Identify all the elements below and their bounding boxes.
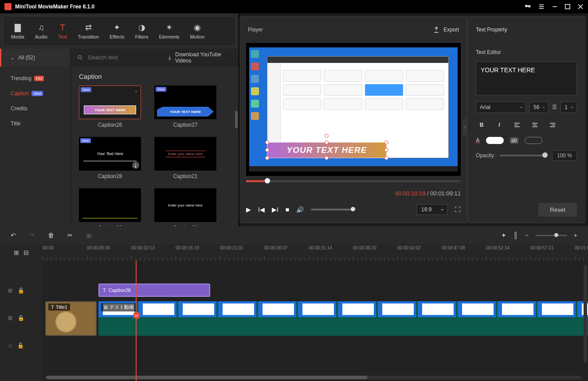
section-title: Caption (79, 73, 231, 80)
minimize-button[interactable] (552, 4, 558, 10)
lock-icon[interactable]: 🔓 (18, 315, 24, 321)
hot-badge: Hot (34, 76, 44, 81)
all-label: All (52) (18, 54, 35, 61)
rotate-handle[interactable] (325, 134, 329, 138)
font-size-select[interactable]: 56 (529, 101, 549, 113)
resize-handle[interactable] (325, 156, 329, 160)
time-display: 00:00:10:19 / 00:01:09:11 (395, 190, 461, 197)
asset-caption22[interactable]: Caption22 (79, 188, 141, 226)
license-key-icon[interactable] (524, 3, 531, 10)
resize-handle[interactable] (265, 148, 269, 152)
menu-icon[interactable] (538, 3, 545, 10)
tab-filters[interactable]: ◑Filters (132, 20, 152, 42)
tab-motion[interactable]: ◉Motion (186, 20, 208, 42)
asset-caption26[interactable]: NewYOUR TEXT HERE Caption26 (79, 86, 141, 128)
asset-caption27[interactable]: NewYOUR TEXT HERE Caption27 (154, 86, 216, 128)
text-editor-input[interactable]: YOUR TEXT HERE (476, 62, 577, 95)
title-clip[interactable]: TTitle1 (45, 301, 97, 336)
category-caption[interactable]: CaptionNew (0, 86, 70, 101)
text-icon: T (103, 288, 106, 293)
tab-elements[interactable]: ✶Elements (156, 20, 183, 42)
delete-button[interactable]: 🗑 (48, 232, 54, 239)
asset-caption21[interactable]: Enter your name here Caption21 (154, 137, 216, 179)
redo-button[interactable]: ↷ (29, 232, 35, 239)
time-ruler[interactable]: 00:0000:00:05:0600:00:10:1300:00:15:1900… (43, 245, 588, 260)
align-right-button[interactable] (547, 119, 558, 131)
text-icon: T (51, 304, 54, 310)
resize-handle[interactable] (384, 156, 388, 160)
text-overlay[interactable]: YOUR TEXT HERE (267, 142, 387, 158)
asset-scrollbar[interactable] (235, 111, 238, 128)
all-categories-button[interactable]: ⌄ All (52) (0, 49, 71, 66)
resize-handle[interactable] (265, 156, 269, 160)
zoom-out-button[interactable]: − (525, 232, 529, 239)
titlebar: MiniTool MovieMaker Free 8.1.0 (0, 0, 588, 13)
download-icon[interactable]: ⭳ (132, 162, 139, 169)
fullscreen-button[interactable]: ⛶ (455, 206, 461, 213)
next-frame-button[interactable]: ▶I (272, 206, 278, 213)
align-center-button[interactable] (529, 119, 541, 131)
bold-button[interactable]: B (476, 119, 487, 131)
maximize-button[interactable] (564, 4, 571, 10)
add-track-button[interactable]: ⊞ (14, 249, 19, 256)
tab-effects[interactable]: ✦Effects (106, 20, 128, 42)
preview-viewport[interactable]: YOUR TEXT HERE (246, 43, 461, 176)
zoom-in-button[interactable]: + (574, 232, 577, 239)
marker-button[interactable]: ✦ (501, 232, 506, 239)
video-clip[interactable]: ⊞テスト動画 (98, 301, 588, 336)
tab-media[interactable]: ▇Media (8, 20, 28, 42)
volume-slider[interactable] (311, 209, 355, 210)
lock-icon[interactable]: 🔓 (18, 288, 24, 294)
effects-icon: ✦ (114, 23, 120, 32)
aspect-ratio-select[interactable]: 16:9 (416, 204, 447, 215)
download-youtube-link[interactable]: ⭳ Download YouTube Videos (167, 51, 232, 64)
play-button[interactable]: ▶ (246, 206, 251, 213)
stop-button[interactable]: ■ (286, 206, 289, 213)
text-color-swatch[interactable] (486, 137, 504, 144)
asset-caption28[interactable]: NewYour Text Here⭳ Caption28 (79, 137, 141, 179)
panel-collapse-button[interactable]: › (463, 118, 468, 136)
volume-icon[interactable]: 🔊 (296, 206, 304, 213)
resize-handle[interactable] (265, 140, 269, 144)
search-input[interactable] (88, 54, 163, 61)
opacity-value[interactable]: 100 % (552, 150, 577, 161)
playhead[interactable] (136, 260, 137, 381)
crop-button[interactable]: ▣ (86, 232, 92, 239)
opacity-label: Opacity: (476, 152, 495, 159)
close-button[interactable] (577, 4, 584, 10)
text-clip[interactable]: T Caption26 (98, 284, 210, 297)
timeline-h-scrollbar[interactable] (46, 376, 581, 379)
timeline-tracks[interactable]: ✂ T Caption26 TTitle1 ⊞テスト動画 (43, 260, 588, 381)
resize-handle[interactable] (384, 148, 388, 152)
category-credits[interactable]: Credits (0, 101, 70, 116)
resize-handle[interactable] (325, 140, 329, 144)
export-button[interactable]: Export (433, 26, 459, 33)
remove-track-button[interactable]: ⊟ (24, 249, 29, 256)
highlight-color-swatch[interactable] (525, 137, 542, 144)
resize-handle[interactable] (384, 140, 388, 144)
timeline-v-scrollbar[interactable] (584, 265, 587, 362)
music-note-icon: ♫ (8, 342, 12, 349)
tab-transition[interactable]: ⇄Transition (74, 20, 102, 42)
font-family-select[interactable]: Arial (476, 101, 526, 113)
tab-text[interactable]: TText (55, 20, 71, 42)
cut-marker[interactable]: ✂ (133, 312, 140, 319)
text-icon: T (60, 23, 65, 32)
zoom-slider[interactable] (536, 235, 567, 236)
reset-button[interactable]: Reset (538, 203, 577, 217)
asset-caption23[interactable]: Enter your name here Caption23 (154, 188, 216, 226)
align-left-button[interactable] (511, 119, 523, 131)
lock-icon[interactable]: 🔓 (17, 342, 24, 349)
category-trending[interactable]: TrendingHot (0, 71, 70, 86)
split-button[interactable]: ✂ (67, 232, 73, 239)
italic-button[interactable]: I (494, 119, 505, 131)
snap-button[interactable]: ║ (514, 232, 518, 239)
undo-button[interactable]: ↶ (11, 232, 16, 239)
opacity-slider[interactable] (500, 155, 548, 156)
prev-frame-button[interactable]: I◀ (258, 206, 265, 213)
tab-audio[interactable]: ♫Audio (31, 20, 51, 42)
seek-bar[interactable] (246, 180, 461, 182)
line-height-select[interactable]: 1 (561, 101, 577, 113)
category-title[interactable]: Title (0, 116, 70, 131)
player-panel: Player Export YOUR TEXT HERE (239, 16, 467, 223)
